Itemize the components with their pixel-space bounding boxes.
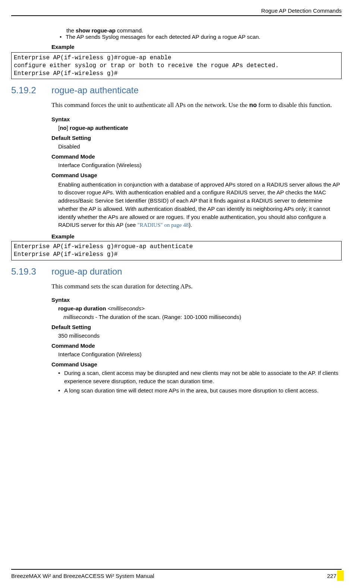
section2-mode-label: Command Mode (51, 343, 342, 349)
section2-mode-value: Interface Configuration (Wireless) (58, 351, 342, 357)
section1-desc-prefix: This command forces the unit to authenti… (51, 101, 249, 109)
section1-default-value: Disabled (58, 143, 342, 150)
section2-syntax-label: Syntax (51, 297, 342, 303)
section1-syntax-line: [no] rogue-ap authenticate (58, 125, 342, 131)
footer-manual-title: BreezeMAX Wi² and BreezeACCESS Wi² Syste… (11, 573, 154, 579)
section1-syntax-label: Syntax (51, 116, 342, 122)
section-number-5-19-2: 5.19.2 (11, 85, 51, 96)
arg-desc-text: - The duration of the scan. (Range: 100-… (94, 314, 241, 320)
section1-mode-label: Command Mode (51, 153, 342, 160)
syntax-cmd-authenticate: rogue-ap authenticate (70, 125, 128, 131)
page-marker-icon (337, 570, 344, 581)
header-chapter-title: Rogue AP Detection Commands (11, 7, 342, 14)
example1-label: Example (51, 44, 342, 50)
page-number-box: 227 (325, 572, 342, 580)
section1-desc-suffix: form to disable this function. (257, 101, 332, 109)
bullet-icon: • (58, 369, 64, 385)
usage-text-pre: Enabling authentication in conjunction w… (58, 181, 340, 228)
section2-bullet2-text: A long scan duration time will detect mo… (64, 387, 342, 395)
intro-line1-prefix: the (66, 27, 76, 34)
usage-text-post: ). (189, 222, 192, 228)
syntax-no: no (60, 125, 66, 131)
intro-bullet-text: The AP sends Syslog messages for each de… (66, 34, 342, 40)
syntax-cmd-duration: rogue-ap duration (58, 305, 108, 312)
page-footer: BreezeMAX Wi² and BreezeACCESS Wi² Syste… (11, 566, 342, 580)
section2-bullet2-row: • A long scan duration time will detect … (58, 387, 342, 395)
section-number-5-19-3: 5.19.3 (11, 266, 51, 277)
section2-bullet1-text: During a scan, client access may be disr… (64, 369, 342, 385)
section2-description: This command sets the scan duration for … (51, 281, 342, 291)
radius-link[interactable]: "RADIUS" on page 48 (137, 222, 189, 228)
section2-arg-desc: milliseconds - The duration of the scan.… (63, 314, 342, 320)
bullet-icon: • (58, 387, 64, 395)
section1-example-label: Example (51, 233, 342, 240)
section-5-19-2-header: 5.19.2 rogue-ap authenticate (11, 85, 342, 96)
section2-usage-label: Command Usage (51, 361, 342, 368)
section1-usage-text: Enabling authentication in conjunction w… (58, 181, 342, 230)
section1-default-label: Default Setting (51, 135, 342, 141)
intro-line1-bold: show rogue-ap (76, 27, 116, 34)
section-title-authenticate: rogue-ap authenticate (51, 85, 139, 96)
section2-bullet1-row: • During a scan, client access may be di… (58, 369, 342, 385)
example1-code: Enterprise AP(if-wireless g)#rogue-ap en… (11, 52, 342, 79)
section1-usage-label: Command Usage (51, 172, 342, 178)
bullet-icon: • (60, 34, 66, 40)
arg-name: milliseconds (63, 314, 94, 320)
syntax-arg-ms: <milliseconds> (108, 305, 145, 312)
intro-continuation: the show rogue-ap command. (66, 27, 342, 34)
section1-desc-bold: no (249, 102, 257, 109)
page-number: 227 (327, 573, 336, 579)
section1-mode-value: Interface Configuration (Wireless) (58, 162, 342, 168)
section1-description: This command forces the unit to authenti… (51, 100, 342, 110)
section2-default-label: Default Setting (51, 324, 342, 330)
header-rule (11, 15, 342, 16)
section-title-duration: rogue-ap duration (51, 266, 122, 277)
intro-bullet-row: • The AP sends Syslog messages for each … (60, 34, 342, 40)
intro-line1-suffix: command. (116, 27, 143, 34)
section2-syntax-line: rogue-ap duration <milliseconds> (58, 305, 342, 312)
footer-rule (11, 569, 342, 570)
section2-default-value: 350 milliseconds (58, 332, 342, 339)
section1-example-code: Enterprise AP(if-wireless g)#rogue-ap au… (11, 241, 342, 260)
syntax-bracket-close: ] (67, 125, 70, 131)
section-5-19-3-header: 5.19.3 rogue-ap duration (11, 266, 342, 277)
